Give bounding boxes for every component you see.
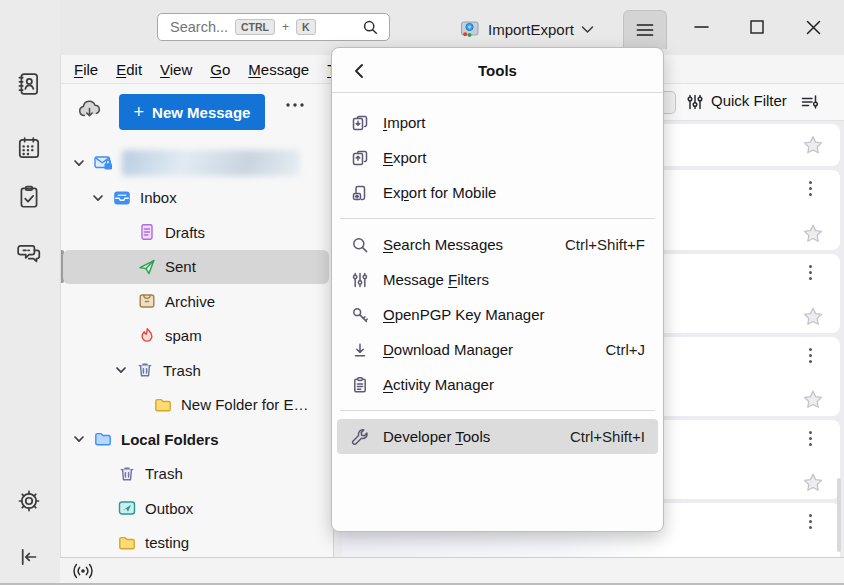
import-icon — [351, 114, 369, 132]
folder-label: Trash — [163, 362, 201, 379]
menu-separator — [340, 218, 655, 219]
folder-label: Trash — [145, 465, 183, 482]
star-icon[interactable] — [802, 389, 824, 410]
folder-tree: Inbox Drafts Sent — [61, 146, 333, 560]
quick-filter-label[interactable]: Quick Filter — [711, 92, 787, 109]
folder-row-testing[interactable]: testing — [61, 526, 333, 561]
chat-icon — [16, 240, 42, 266]
menu-message[interactable]: Message — [239, 58, 318, 81]
minimize-icon — [694, 25, 709, 29]
menuitem-developer-tools[interactable]: Developer Tools Ctrl+Shift+I — [337, 419, 658, 454]
folder-label: Local Folders — [121, 431, 219, 448]
menuitem-shortcut: Ctrl+Shift+I — [570, 428, 645, 445]
calendar-space-button[interactable] — [14, 133, 44, 163]
kebab-icon[interactable] — [809, 265, 812, 280]
menuitem-export[interactable]: Export — [337, 140, 658, 175]
menuitem-label: Developer Tools — [383, 428, 558, 445]
folder-row-account[interactable] — [61, 146, 333, 181]
folder-row-drafts[interactable]: Drafts — [61, 215, 333, 250]
menuitem-search-messages[interactable]: Search Messages Ctrl+Shift+F — [337, 227, 658, 262]
address-book-icon — [16, 71, 42, 97]
chevron-down-icon — [581, 25, 594, 34]
folder-label: Archive — [165, 293, 215, 310]
tasks-space-button[interactable] — [14, 182, 44, 212]
folder-label: spam — [165, 327, 202, 344]
more-icon — [285, 102, 305, 108]
new-message-label: New Message — [152, 104, 250, 121]
menuitem-activity-manager[interactable]: Activity Manager — [337, 367, 658, 402]
menu-view[interactable]: View — [151, 58, 201, 81]
folder-pane-options-button[interactable] — [285, 102, 305, 108]
folder-label: New Folder for E… — [181, 396, 309, 413]
star-icon[interactable] — [802, 135, 824, 156]
trash-icon — [118, 465, 136, 483]
menuitem-label: Activity Manager — [383, 376, 633, 393]
close-icon — [806, 20, 821, 35]
star-icon[interactable] — [802, 472, 824, 493]
get-messages-button[interactable] — [77, 99, 102, 121]
account-name-redacted — [122, 150, 300, 176]
menuitem-export-for-mobile[interactable]: Export for Mobile — [337, 175, 658, 210]
kebab-icon[interactable] — [809, 431, 812, 446]
folder-row-local-folders[interactable]: Local Folders — [61, 422, 333, 457]
plus-icon: + — [134, 103, 145, 121]
menu-go[interactable]: Go — [201, 58, 239, 81]
outbox-icon — [118, 499, 136, 517]
address-book-space-button[interactable] — [14, 69, 44, 99]
back-button[interactable] — [348, 60, 370, 82]
menuitem-download-manager[interactable]: Download Manager Ctrl+J — [337, 332, 658, 367]
maximize-button[interactable] — [738, 12, 776, 42]
folder-row-inbox[interactable]: Inbox — [61, 181, 333, 216]
activity-icon — [351, 376, 369, 394]
chat-space-button[interactable] — [14, 238, 44, 268]
star-icon[interactable] — [802, 306, 824, 327]
network-status-icon[interactable] — [70, 561, 96, 581]
kebab-icon[interactable] — [809, 181, 812, 196]
menuitem-label: Message Filters — [383, 271, 633, 288]
folder-row-spam[interactable]: spam — [61, 319, 333, 354]
folder-row-trash[interactable]: Trash — [61, 353, 333, 388]
archive-icon — [138, 292, 156, 310]
folder-label: Sent — [165, 258, 196, 275]
export-mobile-icon — [351, 184, 369, 202]
collapse-icon — [16, 544, 42, 570]
star-icon[interactable] — [802, 223, 824, 244]
menuitem-openpgp-key-manager[interactable]: OpenPGP Key Manager — [337, 297, 658, 332]
calendar-icon — [16, 135, 42, 161]
kebab-icon[interactable] — [809, 514, 812, 529]
quick-filter-icon — [686, 93, 704, 111]
global-search-input[interactable]: Search... CTRL + K — [157, 13, 390, 41]
settings-button[interactable] — [14, 486, 44, 516]
folder-row-outbox[interactable]: Outbox — [61, 491, 333, 526]
menu-file[interactable]: File — [65, 58, 107, 81]
sent-icon — [138, 258, 156, 276]
kebab-icon[interactable] — [809, 348, 812, 363]
new-message-button[interactable]: + New Message — [119, 94, 265, 130]
extension-status-button[interactable]: ImportExport — [460, 16, 594, 42]
folder-label: Inbox — [140, 189, 177, 206]
tools-menu-list: Import Export — [332, 93, 663, 454]
menu-separator — [340, 410, 655, 411]
display-options-icon[interactable] — [800, 93, 819, 111]
scrollbar-thumb[interactable] — [837, 478, 841, 552]
chevron-down-icon[interactable] — [73, 157, 85, 169]
folder-row-local-trash[interactable]: Trash — [61, 457, 333, 492]
folder-row-new-folder[interactable]: New Folder for E… — [61, 388, 333, 423]
key-icon — [351, 306, 369, 324]
chevron-down-icon[interactable] — [115, 364, 127, 376]
tools-menu-header: Tools — [332, 48, 663, 93]
chevron-down-icon[interactable] — [92, 192, 104, 204]
folder-row-archive[interactable]: Archive — [61, 284, 333, 319]
minimize-button[interactable] — [682, 12, 720, 42]
menu-edit[interactable]: Edit — [107, 58, 151, 81]
close-button[interactable] — [794, 12, 832, 42]
collapse-spaces-button[interactable] — [14, 542, 44, 572]
menuitem-import[interactable]: Import — [337, 105, 658, 140]
app-menu-button[interactable] — [623, 10, 667, 49]
folder-row-sent[interactable]: Sent — [63, 250, 329, 285]
maximize-icon — [750, 20, 764, 34]
menuitem-message-filters[interactable]: Message Filters — [337, 262, 658, 297]
chevron-down-icon[interactable] — [73, 433, 85, 445]
folder-pane: + New Message — [61, 84, 333, 557]
plus-separator: + — [282, 20, 289, 34]
